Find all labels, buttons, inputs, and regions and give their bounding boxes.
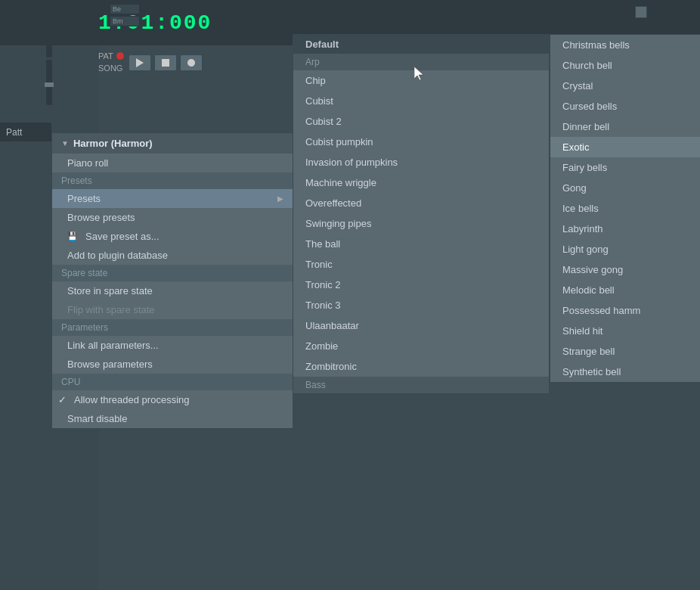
plugin-title-text: Harmor (Harmor) (73, 138, 153, 149)
piano-roll-label: Piano roll (67, 157, 108, 169)
cubist-pumpkin-item[interactable]: Cubist pumpkin (293, 132, 549, 152)
right-submenu: Christmas bells Church bell Crystal Curs… (550, 34, 700, 383)
add-to-plugin-label: Add to plugin database (67, 250, 168, 261)
record-button[interactable] (180, 54, 203, 71)
spare-state-section-header: Spare state (52, 265, 293, 281)
cpu-section-header: CPU (52, 374, 293, 390)
christmas-bells-item[interactable]: Christmas bells (550, 35, 700, 55)
bass-section: Bass (293, 377, 549, 393)
ulaanbaatar-item[interactable]: Ulaanbaatar (293, 315, 549, 336)
ice-bells-item[interactable]: Ice bells (550, 198, 700, 219)
crystal-item[interactable]: Crystal (550, 76, 700, 96)
play-button[interactable] (129, 54, 151, 71)
synthetic-bell-item[interactable]: Synthetic bell (550, 362, 700, 382)
flip-spare-label: Flip with spare state (67, 304, 155, 315)
fairy-bells-item[interactable]: Fairy bells (550, 157, 700, 178)
melodic-bell-item[interactable]: Melodic bell (550, 280, 700, 300)
presets-item[interactable]: Presets (52, 189, 293, 208)
presets-section-header: Presets (52, 172, 293, 189)
cubist2-item[interactable]: Cubist 2 (293, 111, 549, 132)
dinner-bell-item[interactable]: Dinner bell (550, 116, 700, 137)
browse-presets-item[interactable]: Browse presets (52, 208, 293, 227)
arp-section: Arp (293, 54, 549, 70)
exotic-item[interactable]: Exotic (550, 137, 700, 157)
patt-area: Patt (0, 123, 51, 141)
patt-text: Patt (6, 127, 22, 138)
parameters-section-header: Parameters (52, 319, 293, 336)
smart-disable-item[interactable]: Smart disable (52, 409, 293, 428)
gong-item[interactable]: Gong (550, 178, 700, 198)
chip-item[interactable]: Chip (293, 70, 549, 91)
save-preset-item[interactable]: 💾 Save preset as... (52, 227, 293, 246)
allow-threaded-label: Allow threaded processing (74, 394, 189, 405)
church-bell-item[interactable]: Church bell (550, 55, 700, 76)
the-ball-item[interactable]: The ball (293, 234, 549, 254)
svg-point-2 (187, 59, 195, 67)
browse-presets-label: Browse presets (67, 212, 135, 223)
tronic3-item[interactable]: Tronic 3 (293, 295, 549, 315)
tronic-item[interactable]: Tronic (293, 254, 549, 275)
cubist-item[interactable]: Cubist (293, 91, 549, 111)
plugin-menu: Harmor (Harmor) Piano roll Presets Prese… (51, 132, 293, 429)
presets-label: Presets (67, 193, 101, 204)
shield-hit-item[interactable]: Shield hit (550, 321, 700, 341)
presets-submenu: Default Arp Chip Cubist Cubist 2 Cubist … (293, 34, 550, 394)
swinging-pipes-item[interactable]: Swinging pipes (293, 213, 549, 234)
zombie-item[interactable]: Zombie (293, 336, 549, 356)
bass-label: Bass (305, 380, 326, 390)
spare-state-label: Spare state (61, 268, 107, 278)
transport-buttons (129, 54, 203, 71)
zombitronic-item[interactable]: Zombitronic (293, 356, 549, 377)
strange-bell-item[interactable]: Strange bell (550, 341, 700, 362)
add-to-plugin-item[interactable]: Add to plugin database (52, 246, 293, 265)
cursed-bells-item[interactable]: Cursed bells (550, 96, 700, 116)
browse-params-item[interactable]: Browse parameters (52, 355, 293, 374)
store-spare-label: Store in spare state (67, 285, 153, 297)
machine-wriggle-item[interactable]: Machine wriggle (293, 172, 549, 193)
flip-spare-item: Flip with spare state (52, 300, 293, 319)
default-item[interactable]: Default (293, 35, 549, 54)
piano-roll-item[interactable]: Piano roll (52, 154, 293, 172)
allow-threaded-item[interactable]: Allow threaded processing (52, 390, 293, 409)
tronic2-item[interactable]: Tronic 2 (293, 275, 549, 295)
possessed-hammer-item[interactable]: Possessed hamm (550, 300, 700, 321)
massive-gong-item[interactable]: Massive gong (550, 259, 700, 280)
default-label: Default (305, 39, 339, 50)
svg-marker-0 (136, 58, 144, 67)
overeffected-item[interactable]: Overeffected (293, 193, 549, 213)
stop-button[interactable] (154, 54, 177, 71)
svg-rect-1 (162, 59, 169, 67)
plugin-menu-title: Harmor (Harmor) (52, 133, 293, 154)
parameters-label: Parameters (61, 322, 108, 333)
cpu-label: CPU (61, 377, 80, 387)
presets-section-label: Presets (61, 175, 92, 186)
invasion-item[interactable]: Invasion of pumpkins (293, 152, 549, 172)
browse-params-label: Browse parameters (67, 359, 153, 370)
light-gong-item[interactable]: Light gong (550, 239, 700, 259)
store-spare-item[interactable]: Store in spare state (52, 281, 293, 300)
smart-disable-label: Smart disable (67, 413, 127, 424)
arp-label: Arp (305, 57, 320, 67)
pat-song-area: PAT (98, 51, 124, 61)
save-preset-label: Save preset as... (85, 231, 160, 242)
labyrinth-item[interactable]: Labyrinth (550, 219, 700, 239)
pat-label: PAT (98, 51, 113, 61)
link-all-label: Link all parameters... (67, 340, 159, 351)
save-icon: 💾 (67, 231, 78, 241)
link-all-item[interactable]: Link all parameters... (52, 336, 293, 355)
